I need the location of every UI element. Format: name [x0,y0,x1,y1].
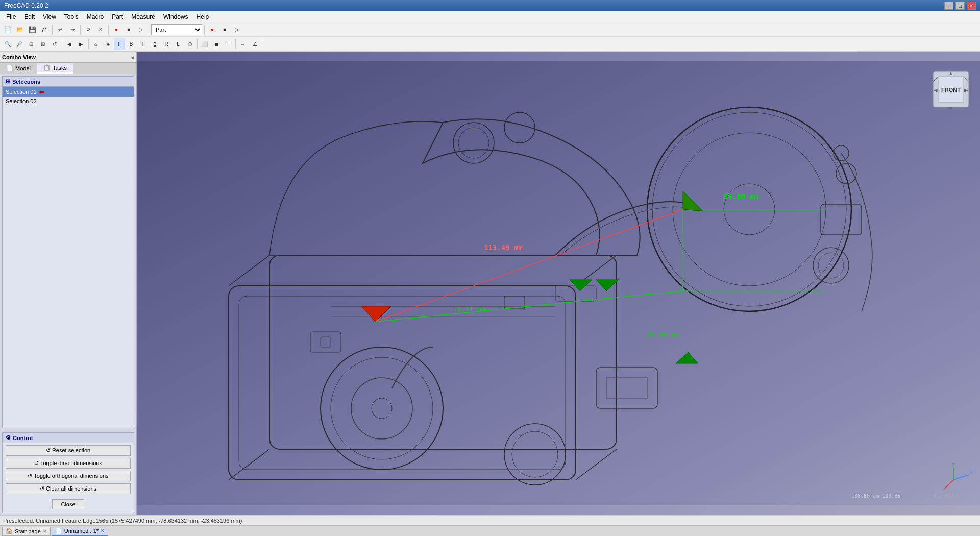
titlebar: FreeCAD 0.20.2 ─ □ ✕ [0,0,980,11]
minimize-button[interactable]: ─ [944,2,953,10]
save-button[interactable]: 💾 [27,24,38,35]
wireframe-button[interactable]: ⬜ [199,38,210,50]
menu-help[interactable]: Help [192,12,213,21]
macro-record-button[interactable]: ● [111,24,122,35]
macro-run-button[interactable]: ▷ [135,24,146,35]
menu-measure[interactable]: Measure [127,12,159,21]
close-btn-wrap: Close [3,496,134,513]
svg-point-11 [724,184,775,235]
svg-marker-41 [674,191,703,221]
svg-line-53 [964,77,969,82]
zoom-out-button[interactable]: 🔎 [14,38,25,50]
svg-point-33 [813,248,849,283]
points-button[interactable]: ⋯ [223,38,234,50]
svg-point-9 [652,112,846,306]
menu-view[interactable]: View [39,12,60,21]
fit-sel-button[interactable]: ⊞ [37,38,48,50]
viewport-canvas[interactable]: 113.49 mm 54.80 mm 75.11 mm 85.60 mm FRO… [137,52,980,515]
measure-distance-button[interactable]: ↔ [237,38,249,50]
svg-text:54.80 mm: 54.80 mm [724,192,758,201]
tab-model[interactable]: 📄 Model [0,63,37,74]
menu-tools[interactable]: Tools [60,12,83,21]
view-home-button[interactable]: ⌂ [90,38,102,50]
view-left-button[interactable]: L [173,38,184,50]
sep9 [235,39,236,49]
combo-view-close-button[interactable]: ◂ [131,53,134,61]
fwd-button[interactable]: ▶ [76,38,87,50]
svg-line-36 [376,291,683,322]
view-right-button[interactable]: R [161,38,172,50]
view-back-button[interactable]: B [126,38,137,50]
sep2 [80,25,81,35]
tab-unnamed[interactable]: 📄 Unnamed : 1* ✕ [52,527,108,536]
sep4 [149,25,149,35]
view-front-button[interactable]: F [114,38,125,50]
maximize-button[interactable]: □ [955,2,965,10]
print-button[interactable]: 🖨 [39,24,50,35]
macro-stop-button[interactable]: ■ [123,24,134,35]
svg-text:75.11 mm: 75.11 mm [453,305,485,313]
menu-part[interactable]: Part [108,12,127,21]
view-top-button[interactable]: T [137,38,149,50]
svg-line-3 [229,255,270,286]
rotate-button[interactable]: ↺ [49,38,60,50]
selection-item-02[interactable]: Selection 02 [3,97,134,105]
menubar: File Edit View Tools Macro Part Measure … [0,11,980,22]
svg-marker-44 [676,352,698,363]
menu-file[interactable]: File [2,12,20,21]
view-axo-button[interactable]: ⬡ [184,38,195,50]
reset-selection-button[interactable]: ↺ Reset selection [6,445,131,456]
menu-edit[interactable]: Edit [20,12,39,21]
svg-line-54 [964,102,969,107]
view-3d-button[interactable]: ◈ [102,38,113,50]
zoom-in-button[interactable]: 🔍 [2,38,13,50]
tab-tasks[interactable]: 📋 Tasks [37,63,74,74]
reset-icon: ↺ [46,447,52,453]
tab-startpage-close[interactable]: ✕ [43,529,47,534]
toolbar2: 🔍 🔎 ⊡ ⊞ ↺ ◀ ▶ ⌂ ◈ F B T B̲ R L ⬡ ⬜ ◼ ⋯ ↔… [0,37,980,51]
svg-rect-20 [310,332,341,352]
back-button[interactable]: ◀ [64,38,75,50]
tasks-tab-label: Tasks [53,65,67,71]
menu-windows[interactable]: Windows [159,12,192,21]
toggle-ortho-dim-button[interactable]: ↺ Toggle orthogonal dimensions [6,471,131,481]
workbench-selector[interactable]: Part PartDesign Sketcher [151,24,202,35]
redo-button[interactable]: ↪ [67,24,78,35]
clear-all-dim-button[interactable]: ↺ Clear all dimensions [6,483,131,494]
menu-macro[interactable]: Macro [83,12,108,21]
selection-02-label: Selection 02 [6,98,37,104]
new-button[interactable]: 📄 [2,24,13,35]
selection-item-01[interactable]: Selection 01 ⬅ [3,87,134,97]
stop-button[interactable]: ■ [219,24,230,35]
close-panel-button[interactable]: Close [52,499,84,509]
sep10 [262,39,262,49]
svg-point-13 [331,357,433,459]
sep6 [62,39,62,49]
fit-all-button[interactable]: ⊡ [26,38,37,50]
open-button[interactable]: 📂 [14,24,26,35]
undo-button[interactable]: ↩ [55,24,66,35]
tab-unnamed-close[interactable]: ✕ [101,528,105,533]
play-button[interactable]: ▷ [231,24,242,35]
shaded-button[interactable]: ◼ [211,38,222,50]
stop-refresh-button[interactable]: ✕ [95,24,106,35]
svg-rect-7 [270,255,617,449]
refresh-button[interactable]: ↺ [83,24,94,35]
svg-point-28 [458,128,489,158]
selections-header: ⊞ Selections [3,77,134,87]
svg-text:▶: ▶ [964,87,968,93]
start-button[interactable]: ● [207,24,218,35]
close-button[interactable]: ✕ [967,2,976,10]
svg-line-6 [576,449,617,480]
tab-startpage-icon: 🏠 [6,528,13,534]
toggle-direct-dim-button[interactable]: ↺ Toggle direct dimensions [6,458,131,469]
svg-point-34 [818,253,844,278]
tab-startpage[interactable]: 🏠 Start page ✕ [2,527,51,536]
svg-rect-0 [137,61,980,505]
left-panel: Combo View ◂ 📄 Model 📋 Tasks ⊞ Selection… [0,52,137,515]
viewport[interactable]: 113.49 mm 54.80 mm 75.11 mm 85.60 mm FRO… [137,52,980,515]
toolbar-area: 📄 📂 💾 🖨 ↩ ↪ ↺ ✕ ● ■ ▷ Part PartDesign Sk… [0,22,980,52]
svg-marker-43 [596,280,619,291]
measure-angle-button[interactable]: ∠ [249,38,260,50]
view-bottom-button[interactable]: B̲ [149,38,160,50]
